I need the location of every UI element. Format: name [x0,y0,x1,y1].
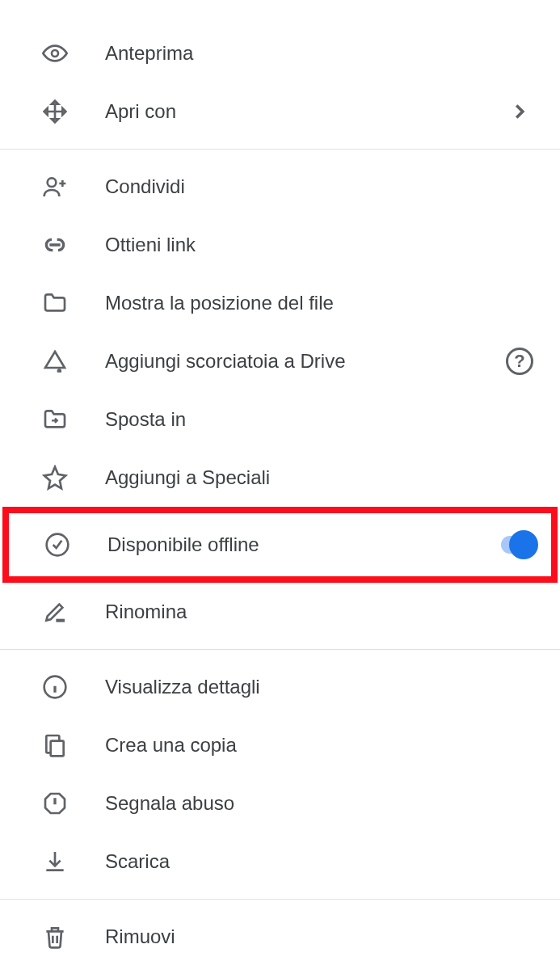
link-icon [40,230,69,259]
menu-item-report-abuse[interactable]: Segnala abuso [0,774,560,833]
menu-item-label: Rinomina [105,601,536,623]
menu-item-label: Aggiungi scorciatoia a Drive [105,350,503,373]
copy-icon [40,731,69,760]
chevron-right-icon [503,99,536,124]
menu-item-label: Disponibile offline [107,533,501,556]
svg-point-1 [48,178,57,187]
folder-move-icon [40,405,69,434]
info-icon [40,672,69,702]
menu-item-available-offline[interactable]: Disponibile offline [9,513,551,576]
menu-item-download[interactable]: Scarica [0,833,560,891]
download-icon [40,847,69,876]
menu-item-label: Mostra la posizione del file [105,292,536,314]
menu-item-remove[interactable]: Rimuovi [0,908,560,966]
pencil-icon [40,597,69,626]
menu-item-label: Anteprima [105,42,536,65]
menu-item-open-with[interactable]: Apri con [0,82,560,141]
highlight-available-offline: Disponibile offline [2,507,558,583]
offline-toggle[interactable] [501,536,533,554]
menu-item-label: Sposta in [105,408,536,431]
menu-item-make-copy[interactable]: Crea una copia [0,716,560,774]
eye-icon [40,39,69,68]
menu-item-show-location[interactable]: Mostra la posizione del file [0,274,560,332]
menu-item-add-shortcut[interactable]: Aggiungi scorciatoia a Drive ? [0,332,560,390]
help-icon[interactable]: ? [503,348,536,375]
menu-item-label: Ottieni link [105,234,536,256]
offline-check-icon [43,530,72,559]
menu-item-label: Crea una copia [105,734,536,757]
person-add-icon [40,172,69,201]
menu-item-get-link[interactable]: Ottieni link [0,216,560,274]
menu-item-label: Visualizza dettagli [105,676,536,698]
menu-group-4: Rimuovi [0,900,560,974]
menu-item-rename[interactable]: Rinomina [0,583,560,641]
menu-item-preview[interactable]: Anteprima [0,24,560,82]
menu-item-share[interactable]: Condividi [0,158,560,216]
menu-item-move-to[interactable]: Sposta in [0,390,560,449]
menu-item-label: Rimuovi [105,925,536,948]
star-icon [40,463,69,492]
menu-item-view-details[interactable]: Visualizza dettagli [0,658,560,716]
menu-item-label: Condividi [105,175,536,198]
drive-shortcut-icon [40,347,69,376]
menu-item-label: Segnala abuso [105,792,536,815]
svg-rect-4 [51,741,64,757]
menu-group-3: Visualizza dettagli Crea una copia Segna… [0,650,560,900]
menu-item-label: Apri con [105,100,503,123]
context-menu: Anteprima Apri con Condividi Ottieni lin… [0,0,560,978]
menu-item-label: Scarica [105,850,536,873]
trash-icon [40,922,69,951]
menu-group-1: Anteprima Apri con [0,16,560,150]
menu-item-label: Aggiungi a Speciali [105,466,536,489]
svg-point-0 [52,50,58,57]
report-icon [40,789,69,818]
folder-icon [40,289,69,318]
menu-group-2: Condividi Ottieni link Mostra la posizio… [0,150,560,650]
move-arrows-icon [40,97,69,126]
menu-item-add-star[interactable]: Aggiungi a Speciali [0,449,560,507]
